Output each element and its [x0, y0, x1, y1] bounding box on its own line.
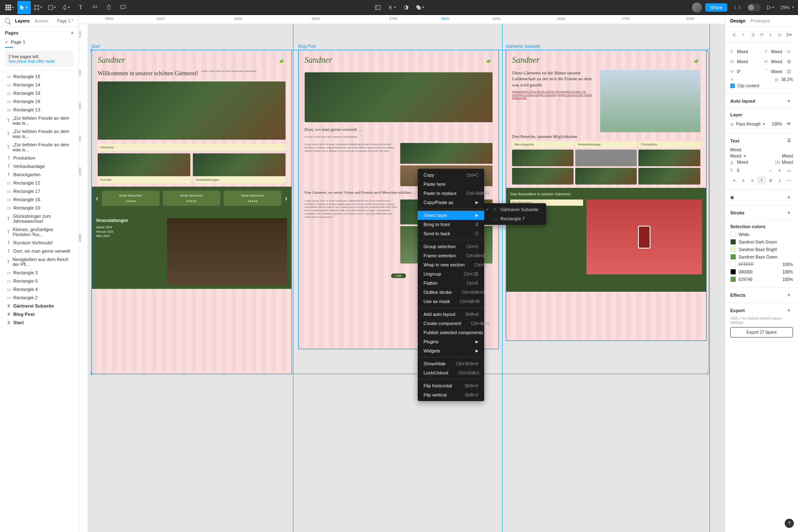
svg-rect-18	[94, 7, 95, 8]
frame-tool[interactable]: ▾	[32, 1, 45, 14]
dev-panel-icon[interactable]	[371, 1, 384, 14]
svg-rect-6	[5, 9, 7, 10]
present-button[interactable]: ▾	[764, 1, 777, 14]
shape-tool[interactable]: ▾	[46, 1, 59, 14]
svg-rect-17	[93, 7, 94, 8]
pen-tool[interactable]: ▾	[60, 1, 73, 14]
dev-mode-toggle[interactable]	[747, 4, 761, 11]
svg-rect-0	[5, 5, 7, 6]
zoom-level[interactable]: 29%▾	[781, 5, 795, 10]
component-icon[interactable]: ▾	[385, 1, 399, 14]
svg-rect-20	[375, 5, 380, 10]
text-tool[interactable]: T	[74, 1, 87, 14]
hand-tool[interactable]	[102, 1, 116, 14]
svg-rect-1	[7, 5, 9, 6]
svg-rect-24	[418, 7, 421, 10]
dev-mode-code-icon[interactable]	[731, 1, 744, 14]
mask-icon[interactable]	[399, 1, 413, 14]
svg-rect-7	[7, 9, 9, 10]
resources-tool[interactable]	[88, 1, 101, 14]
comment-tool[interactable]	[116, 1, 130, 14]
share-button[interactable]: Share	[705, 3, 727, 12]
svg-rect-16	[96, 5, 97, 6]
svg-rect-14	[93, 5, 94, 6]
svg-rect-13	[49, 5, 53, 10]
svg-rect-3	[5, 7, 7, 8]
svg-rect-15	[94, 5, 95, 6]
svg-rect-4	[7, 7, 9, 8]
main-menu-button[interactable]: ▾	[3, 1, 17, 14]
move-tool[interactable]: ▾	[17, 1, 31, 14]
top-toolbar: ▾ ▾ ▾ ▾ ▾ T ▾ ▾ Share ▾ 29%▾	[0, 0, 798, 15]
svg-rect-19	[96, 7, 97, 8]
avatar[interactable]	[692, 2, 702, 12]
boolean-icon[interactable]: ▾	[414, 1, 427, 14]
